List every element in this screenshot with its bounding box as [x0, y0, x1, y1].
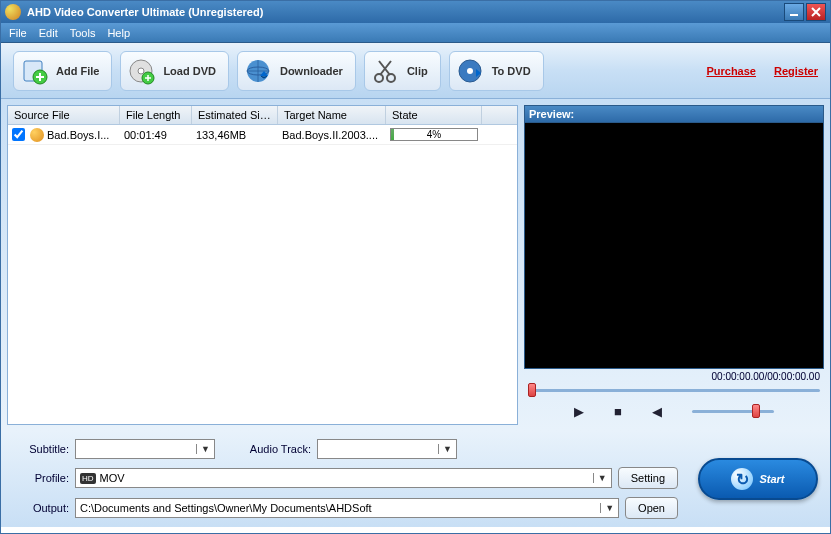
start-icon: ↻ [731, 468, 753, 490]
preview-video[interactable] [524, 122, 824, 369]
cell-source: Bad.Boys.I... [47, 129, 109, 141]
start-button[interactable]: ↻ Start [698, 458, 818, 500]
menu-edit[interactable]: Edit [39, 27, 58, 39]
register-link[interactable]: Register [774, 65, 818, 77]
col-length[interactable]: File Length [120, 106, 192, 124]
cell-size: 133,46MB [196, 129, 246, 141]
volume-slider[interactable] [692, 407, 774, 417]
cell-target: Bad.Boys.II.2003.... [282, 129, 378, 141]
audiotrack-label: Audio Track: [221, 443, 311, 455]
subtitle-select[interactable]: ▼ [75, 439, 215, 459]
svg-rect-0 [790, 14, 798, 16]
table-body: Bad.Boys.I... 00:01:49 133,46MB Bad.Boys… [8, 125, 517, 424]
to-dvd-icon [454, 55, 486, 87]
toolbar: Add File Load DVD Downloader Clip To DVD… [1, 43, 830, 99]
load-dvd-label: Load DVD [163, 65, 216, 77]
svg-point-11 [467, 68, 473, 74]
title-bar: AHD Video Converter Ultimate (Unregister… [1, 1, 830, 23]
to-dvd-label: To DVD [492, 65, 531, 77]
progress-text: 4% [391, 129, 477, 140]
purchase-link[interactable]: Purchase [706, 65, 756, 77]
bottom-panel: Subtitle: ▼ Audio Track: ▼ Profile: HDMO… [1, 431, 830, 527]
preview-time: 00:00:00.00/00:00:00.00 [524, 369, 824, 384]
downloader-icon [242, 55, 274, 87]
clip-button[interactable]: Clip [364, 51, 441, 91]
app-logo-icon [5, 4, 21, 20]
clip-label: Clip [407, 65, 428, 77]
add-file-icon [18, 55, 50, 87]
menu-file[interactable]: File [9, 27, 27, 39]
menu-help[interactable]: Help [107, 27, 130, 39]
open-button[interactable]: Open [625, 497, 678, 519]
clip-icon [369, 55, 401, 87]
add-file-button[interactable]: Add File [13, 51, 112, 91]
play-button[interactable]: ▶ [574, 404, 584, 419]
preview-label: Preview: [524, 105, 824, 122]
minimize-button[interactable] [784, 3, 804, 21]
downloader-label: Downloader [280, 65, 343, 77]
mute-button[interactable]: ◀ [652, 404, 662, 419]
output-label: Output: [13, 502, 69, 514]
file-icon [30, 128, 44, 142]
file-table: Source File File Length Estimated Size T… [7, 105, 518, 425]
col-target[interactable]: Target Name [278, 106, 386, 124]
hd-badge-icon: HD [80, 473, 96, 484]
load-dvd-icon [125, 55, 157, 87]
progress-bar: 4% [390, 128, 478, 141]
stop-button[interactable]: ■ [614, 404, 622, 419]
start-label: Start [759, 473, 784, 485]
profile-label: Profile: [13, 472, 69, 484]
col-size[interactable]: Estimated Size [192, 106, 278, 124]
to-dvd-button[interactable]: To DVD [449, 51, 544, 91]
col-state[interactable]: State [386, 106, 482, 124]
svg-point-9 [387, 74, 395, 82]
audiotrack-select[interactable]: ▼ [317, 439, 457, 459]
svg-point-4 [138, 68, 144, 74]
table-header: Source File File Length Estimated Size T… [8, 106, 517, 125]
table-row[interactable]: Bad.Boys.I... 00:01:49 133,46MB Bad.Boys… [8, 125, 517, 145]
load-dvd-button[interactable]: Load DVD [120, 51, 229, 91]
menu-bar: File Edit Tools Help [1, 23, 830, 43]
output-select[interactable]: C:\Documents and Settings\Owner\My Docum… [75, 498, 619, 518]
svg-point-8 [375, 74, 383, 82]
profile-select[interactable]: HDMOV ▼ [75, 468, 612, 488]
downloader-button[interactable]: Downloader [237, 51, 356, 91]
setting-button[interactable]: Setting [618, 467, 678, 489]
window-title: AHD Video Converter Ultimate (Unregister… [27, 6, 784, 18]
row-checkbox[interactable] [12, 128, 25, 141]
seek-slider[interactable] [528, 386, 820, 396]
menu-tools[interactable]: Tools [70, 27, 96, 39]
col-source[interactable]: Source File [8, 106, 120, 124]
close-button[interactable] [806, 3, 826, 21]
preview-pane: Preview: 00:00:00.00/00:00:00.00 ▶ ■ ◀ [524, 105, 824, 425]
cell-length: 00:01:49 [124, 129, 167, 141]
add-file-label: Add File [56, 65, 99, 77]
subtitle-label: Subtitle: [13, 443, 69, 455]
